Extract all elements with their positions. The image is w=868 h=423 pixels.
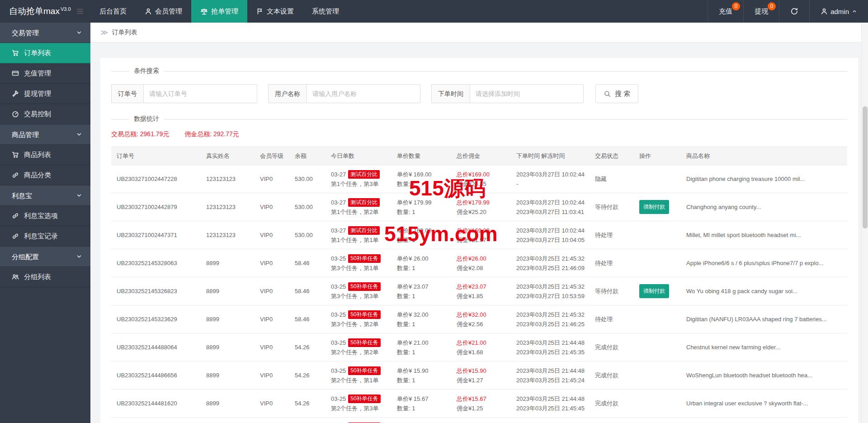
- vip-level-cell: VIP0: [255, 193, 289, 221]
- table-row: UB2303271002447228123123123VIP0530.0003-…: [111, 165, 847, 193]
- field-input-订单号[interactable]: [143, 84, 257, 103]
- nav-item-后台首页[interactable]: 后台首页: [90, 0, 136, 23]
- stats-line: 交易总额: 2961.79元 佣金总额: 292.77元: [111, 130, 847, 138]
- main-content: 条件搜索 订单号用户名称下单时间搜 索 数据统计 交易总额: 2961.79元 …: [90, 43, 868, 423]
- action-cell: 强制付款: [634, 277, 681, 305]
- table-row: UB23032521444816208899VIP054.2603-2550补单…: [111, 390, 847, 418]
- refresh-button[interactable]: [779, 0, 809, 23]
- sidebar-group-分组配置[interactable]: 分组配置: [0, 247, 90, 267]
- real-name-cell: 123123123: [201, 193, 255, 221]
- balance-cell: 54.26: [289, 361, 326, 390]
- sidebar-item-订单列表[interactable]: 订单列表: [0, 43, 90, 63]
- sidebar-item-商品列表[interactable]: 商品列表: [0, 145, 90, 165]
- sidebar-item-利息宝选项[interactable]: 利息宝选项: [0, 206, 90, 226]
- sidebar-item-商品分类[interactable]: 商品分类: [0, 165, 90, 185]
- cart-icon: [12, 49, 19, 57]
- table-row: UB23032521453268238899VIP058.4603-2550补单…: [111, 277, 847, 305]
- top-menu: 后台首页会员管理抢单管理文本设置系统管理: [90, 0, 348, 23]
- total-commission-cell: 总价¥26.00佣金¥2.08: [451, 249, 511, 277]
- task-badge: 测试百分比: [348, 170, 380, 179]
- balance-cell: 54.26: [289, 333, 326, 361]
- user-icon: [145, 8, 152, 15]
- search-field-group: 用户名称: [268, 84, 420, 103]
- vip-level-cell: VIP0: [255, 221, 289, 249]
- sidebar-item-分组列表[interactable]: 分组列表: [0, 267, 90, 287]
- sidebar-group-title: 交易管理: [12, 29, 39, 37]
- table-row: UB23032521444880648899VIP054.2603-2550补单…: [111, 333, 847, 361]
- table-header-row: 订单号真实姓名会员等级余额今日单数单价数量总价佣金下单时间 解冻时间交易状态操作…: [111, 147, 847, 165]
- sidebar-item-label: 利息宝记录: [24, 232, 58, 241]
- withdraw-badge: 0: [768, 2, 776, 10]
- sidebar-group-利息宝[interactable]: 利息宝: [0, 185, 90, 206]
- task-badge: 50补单任务: [348, 338, 380, 347]
- order-no-cell: UB2303252145323629: [111, 305, 201, 333]
- price-qty-cell: 单价¥ 169.00数量: 1: [392, 221, 451, 249]
- task-badge: 50补单任务: [348, 254, 380, 263]
- topbar-right: 充值 0 提现 0 admin: [708, 0, 868, 23]
- sidebar-item-label: 商品分类: [24, 171, 51, 180]
- search-button[interactable]: 搜 索: [595, 84, 638, 103]
- column-header: 余额: [289, 147, 326, 165]
- real-name-cell: 8899: [201, 418, 255, 423]
- time-cell: 2023年03月25日 21:44:482023年03月25日 21:45:35: [511, 333, 590, 361]
- force-pay-button[interactable]: 强制付款: [639, 284, 669, 298]
- status-cell: 完成付款: [590, 390, 634, 418]
- vip-level-cell: VIP0: [255, 418, 289, 423]
- chevron-up-icon: [852, 9, 857, 14]
- recharge-button[interactable]: 充值 0: [708, 0, 743, 23]
- price-qty-cell: 单价¥ 23.07数量: 1: [392, 277, 451, 305]
- vip-level-cell: VIP0: [255, 305, 289, 333]
- users-icon: [12, 273, 19, 280]
- order-no-cell: UB2303271002442879: [111, 193, 201, 221]
- product-name-cell: Chestnut kernel new farming elder...: [681, 333, 847, 361]
- sidebar-group-title: 商品管理: [12, 131, 39, 138]
- vip-level-cell: VIP0: [255, 249, 289, 277]
- sidebar-group-商品管理[interactable]: 商品管理: [0, 124, 90, 145]
- vip-level-cell: VIP0: [255, 165, 289, 193]
- nav-item-会员管理[interactable]: 会员管理: [136, 0, 191, 23]
- column-header: 单价数量: [392, 147, 451, 165]
- action-cell: [634, 361, 681, 390]
- force-pay-button[interactable]: 强制付款: [639, 200, 669, 214]
- total-commission-cell: 总价¥15.90佣金¥1.27: [451, 361, 511, 390]
- sidebar-item-提现管理[interactable]: 提现管理: [0, 84, 90, 104]
- real-name-cell: 8899: [201, 277, 255, 305]
- day-orders-cell: 03-2550补单任务第2个任务，第1单: [326, 361, 392, 390]
- total-commission-cell: 总价¥23.07佣金¥1.85: [451, 277, 511, 305]
- sidebar-item-充值管理[interactable]: 充值管理: [0, 63, 90, 84]
- hamburger-icon[interactable]: [76, 7, 84, 15]
- page-scrollbar[interactable]: [861, 23, 868, 423]
- scrollbar-thumb[interactable]: [863, 106, 868, 228]
- column-header: 今日单数: [326, 147, 392, 165]
- action-cell: [634, 418, 681, 423]
- action-cell: [634, 390, 681, 418]
- real-name-cell: 8899: [201, 361, 255, 390]
- balance-cell: 58.46: [289, 277, 326, 305]
- product-name-cell: Liu Tao yunnan stone forest fruit net ro…: [681, 418, 847, 423]
- time-cell: 2023年03月25日 21:45:322023年03月25日 21:46:09: [511, 249, 590, 277]
- sidebar-group-交易管理[interactable]: 交易管理: [0, 23, 90, 43]
- day-orders-cell: 03-2550补单任务第3个任务，第1单: [326, 249, 392, 277]
- table-row: UB23032521453236298899VIP058.4603-2550补单…: [111, 305, 847, 333]
- sidebar-item-交易控制[interactable]: 交易控制: [0, 104, 90, 124]
- status-cell: 完成付款: [590, 361, 634, 390]
- order-no-cell: UB2303252144481620: [111, 390, 201, 418]
- field-label: 订单号: [111, 84, 143, 103]
- nav-item-label: 系统管理: [312, 7, 339, 16]
- price-qty-cell: 单价¥ 32.00数量: 1: [392, 305, 451, 333]
- vip-level-cell: VIP0: [255, 333, 289, 361]
- field-input-下单时间[interactable]: [470, 84, 584, 103]
- column-header: 商品名称: [681, 147, 847, 165]
- day-orders-cell: 03-27测试百分比第1个任务，第1单: [326, 221, 392, 249]
- card-icon: [12, 70, 19, 77]
- nav-item-文本设置[interactable]: 文本设置: [247, 0, 303, 23]
- recharge-badge: 0: [732, 2, 740, 10]
- sidebar-item-利息宝记录[interactable]: 利息宝记录: [0, 226, 90, 247]
- user-menu[interactable]: admin: [809, 0, 868, 23]
- nav-item-抢单管理[interactable]: 抢单管理: [191, 0, 247, 23]
- field-input-用户名称[interactable]: [307, 84, 420, 103]
- nav-item-系统管理[interactable]: 系统管理: [303, 0, 348, 23]
- flag-icon: [256, 8, 264, 15]
- action-cell: [634, 221, 681, 249]
- withdraw-button[interactable]: 提现 0: [743, 0, 779, 23]
